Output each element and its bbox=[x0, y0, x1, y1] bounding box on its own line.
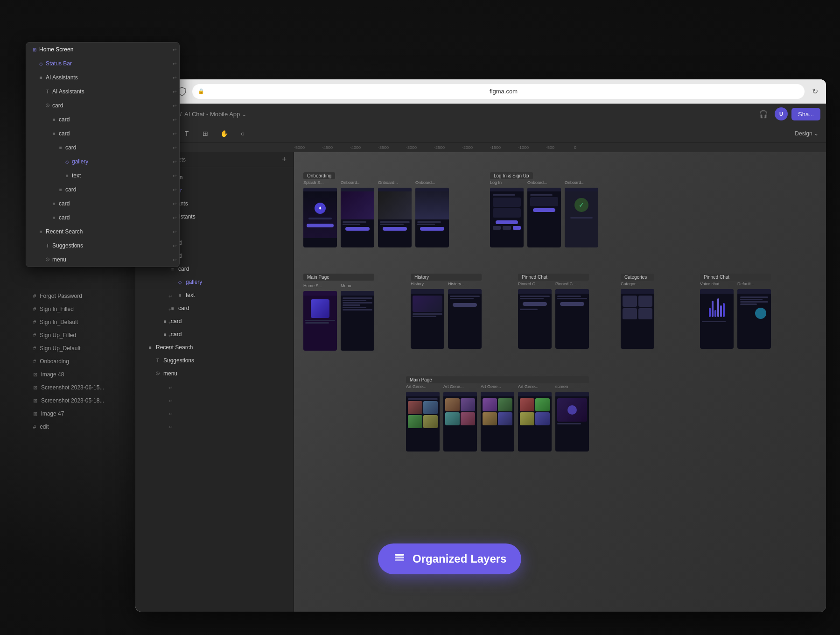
item-label: edit bbox=[40, 423, 49, 430]
canvas-area[interactable]: Onboarding Splash S... ✦ bbox=[294, 152, 826, 612]
frame-screen[interactable] bbox=[555, 392, 589, 452]
popup-text[interactable]: ≡ text ↩ bbox=[26, 169, 179, 183]
voice-container: Voice chat bbox=[700, 289, 734, 349]
hash-icon: # bbox=[33, 359, 36, 364]
layer-indicator: ↩ bbox=[168, 333, 172, 338]
categories-badge: Categories bbox=[621, 274, 654, 281]
popup-name: text bbox=[72, 172, 170, 179]
user-avatar[interactable]: U bbox=[775, 107, 788, 120]
project-name[interactable]: AI Chat - Mobile App ⌄ bbox=[184, 111, 247, 118]
frame-art3[interactable] bbox=[481, 392, 514, 452]
sidebar-edit[interactable]: # edit ↩ bbox=[26, 420, 180, 433]
categories-section: Categories Categor... bbox=[621, 274, 654, 349]
frame-history2[interactable] bbox=[448, 289, 482, 349]
frame-art2[interactable] bbox=[443, 392, 477, 452]
layer-name: card bbox=[178, 305, 282, 311]
frame-art1[interactable] bbox=[406, 392, 440, 452]
popup-card5[interactable]: ≡ card ↩ bbox=[26, 183, 179, 197]
group-icon: ≡ bbox=[56, 187, 65, 192]
sidebar-onboarding[interactable]: # Onboarding ↩ bbox=[26, 355, 180, 368]
figma-content: Layers Assets + ⊞ Home Screen ↩ ◇ Status… bbox=[135, 152, 826, 612]
sidebar-image-47[interactable]: ⊠ image 47 ↩ bbox=[26, 407, 180, 420]
frame-menu[interactable] bbox=[341, 291, 374, 351]
frame-pinned2[interactable] bbox=[555, 289, 589, 349]
layer-name: card bbox=[171, 240, 282, 246]
popup-status-bar[interactable]: ◇ Status Bar ↩ bbox=[26, 56, 179, 71]
frame-category[interactable] bbox=[621, 289, 654, 349]
frame-onboard2[interactable] bbox=[378, 188, 412, 247]
popup-card1[interactable]: ⦾ card ↩ bbox=[26, 99, 179, 113]
layer-gallery[interactable]: ◇ gallery ↩ bbox=[135, 275, 294, 289]
popup-name: card bbox=[59, 130, 170, 137]
popup-card4[interactable]: ≡ card ↩ bbox=[26, 141, 179, 155]
popup-menu[interactable]: ⦾ menu ↩ bbox=[26, 253, 179, 267]
sidebar-image-48[interactable]: ⊠ image 48 ↩ bbox=[26, 368, 180, 381]
layer-name: menu bbox=[163, 370, 282, 377]
item-label: Sign Up_Default bbox=[40, 345, 80, 352]
popup-card7[interactable]: ≡ card ↩ bbox=[26, 211, 179, 225]
popup-suggestions[interactable]: T Suggestions ↩ bbox=[26, 239, 179, 253]
hash-icon: # bbox=[33, 293, 36, 299]
frame-default[interactable] bbox=[737, 289, 771, 349]
frame-onboard1[interactable] bbox=[341, 188, 374, 247]
frame-pinned1[interactable] bbox=[518, 289, 552, 349]
popup-card2[interactable]: ≡ card ↩ bbox=[26, 113, 179, 127]
popup-ai-text[interactable]: T AI Assistants ↩ bbox=[26, 85, 179, 99]
vis-arrow: ↩ bbox=[170, 131, 179, 136]
popup-card3[interactable]: ≡ card ↩ bbox=[26, 127, 179, 141]
sidebar-screenshot-1[interactable]: ⊠ Screenshot 2023-06-15... ↩ bbox=[26, 381, 180, 394]
svg-rect-7 bbox=[395, 554, 404, 556]
sidebar-screenshot-2[interactable]: ⊠ Screenshot 2023-05-18... ↩ bbox=[26, 394, 180, 407]
organized-layers-badge[interactable]: Organized Layers bbox=[378, 543, 521, 574]
sidebar-sign-in-filled[interactable]: # Sign In_Filled ↩ bbox=[26, 303, 180, 316]
figma-ruler: -5000 -4500 -4000 -3500 -3000 -2500 -200… bbox=[135, 143, 826, 152]
text-tool[interactable]: T bbox=[180, 127, 193, 140]
add-panel-button[interactable]: + bbox=[279, 154, 290, 165]
frame-signup[interactable] bbox=[527, 188, 561, 247]
layer-name: card bbox=[178, 266, 282, 272]
popup-card6[interactable]: ≡ card ↩ bbox=[26, 197, 179, 211]
popup-home-screen[interactable]: ⊞ Home Screen ↩ bbox=[26, 42, 179, 56]
group-icon: ≡ bbox=[49, 131, 59, 136]
share-button[interactable]: Sha... bbox=[791, 108, 820, 120]
frame-history1[interactable] bbox=[411, 289, 444, 349]
art4-container: Art Gene... bbox=[518, 392, 552, 452]
frame-splash-label: Splash S... bbox=[303, 180, 324, 185]
frame-art4[interactable] bbox=[518, 392, 552, 452]
design-label[interactable]: Design ⌄ bbox=[795, 130, 819, 137]
frame-onboard1-container: Onboard... bbox=[341, 188, 374, 247]
frame-onboard3[interactable] bbox=[415, 188, 449, 247]
frame-login-container: Log In bbox=[490, 188, 524, 247]
popup-recent-search[interactable]: ≡ Recent Search ↩ bbox=[26, 225, 179, 239]
frame-login[interactable] bbox=[490, 188, 524, 247]
voice-section: Pinned Chat Voice chat bbox=[700, 274, 771, 349]
onboarding-section: Onboarding Splash S... ✦ bbox=[303, 171, 449, 247]
screen-container: screen bbox=[555, 392, 589, 452]
frame-signup-container: Onboard... bbox=[527, 188, 561, 247]
component-tool[interactable]: ⊞ bbox=[199, 127, 212, 140]
sidebar-sign-up-default[interactable]: # Sign Up_Default ↩ bbox=[26, 342, 180, 355]
frame-home-main[interactable] bbox=[303, 291, 337, 351]
reload-button[interactable]: ↻ bbox=[809, 86, 820, 97]
group-icon: ≡ bbox=[63, 173, 72, 178]
browser-window: ‹ › 🔒 figma.com ↻ 🌐 UI Kit / bbox=[135, 79, 826, 612]
popup-name: card bbox=[52, 102, 170, 109]
vis-arrow: ↩ bbox=[170, 229, 179, 234]
frame-verify[interactable]: ✓ bbox=[565, 188, 598, 247]
url-bar[interactable]: 🔒 figma.com bbox=[192, 84, 805, 99]
ruler-marks: -5000 -4500 -4000 -3500 -3000 -2500 -200… bbox=[294, 145, 602, 150]
frame-splash[interactable]: ✦ bbox=[303, 188, 337, 247]
popup-ai-group[interactable]: ≡ AI Assistants ↩ bbox=[26, 71, 179, 85]
headphones-button[interactable]: 🎧 bbox=[756, 106, 771, 121]
hand-tool[interactable]: ✋ bbox=[217, 127, 231, 140]
sidebar-forgot-password[interactable]: # Forgot Password ↩ bbox=[26, 289, 180, 303]
pinned1-container: Pinned C... bbox=[518, 289, 552, 349]
vis-arrow: ↩ bbox=[170, 257, 179, 262]
popup-gallery[interactable]: ◇ gallery ↩ bbox=[26, 155, 179, 169]
sidebar-sign-in-default[interactable]: # Sign In_Default ↩ bbox=[26, 316, 180, 329]
layer-popup: ⊞ Home Screen ↩ ◇ Status Bar ↩ ≡ AI Assi… bbox=[26, 42, 180, 267]
sidebar-sign-up-filled[interactable]: # Sign Up_Filled ↩ bbox=[26, 329, 180, 342]
frame-onboard3-label: Onboard... bbox=[415, 180, 435, 185]
comment-tool[interactable]: ○ bbox=[236, 127, 249, 140]
frame-voice[interactable] bbox=[700, 289, 734, 349]
